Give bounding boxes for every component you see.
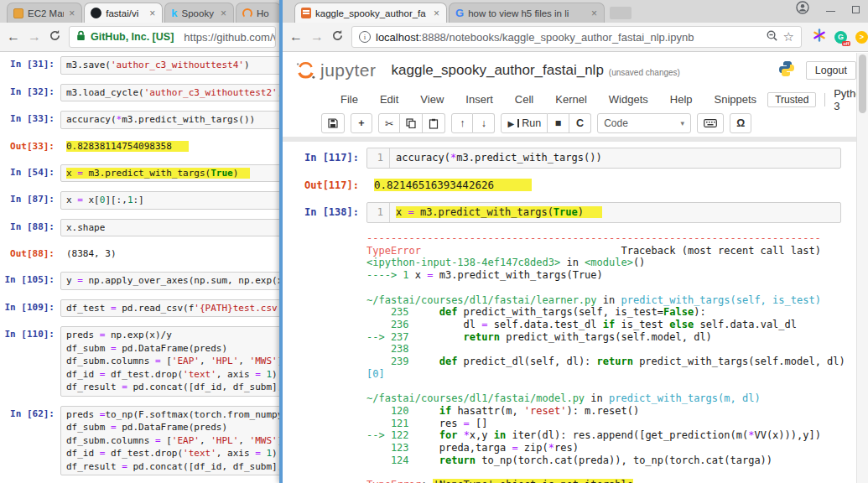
zoom-out-icon[interactable] xyxy=(766,29,778,44)
github-extension-button[interactable]: Ω xyxy=(730,113,751,133)
code-cell: In [88]:x.shape xyxy=(0,219,283,237)
code-line: ~/fastai/courses/dl1/fastai/model.py in … xyxy=(366,392,868,405)
add-cell-button[interactable]: + xyxy=(351,113,372,133)
menu-edit[interactable]: Edit xyxy=(369,93,409,106)
menu-insert[interactable]: Insert xyxy=(455,93,504,106)
left-url-box[interactable]: GitHub, Inc. [US] https://github.com/vik xyxy=(69,26,276,48)
left-tab-strip: EC2 Mar × fastai/vi × k Spooky × Ho xyxy=(0,0,283,23)
orange-extension-icon[interactable]: > xyxy=(855,31,868,44)
logout-button[interactable]: Logout xyxy=(806,61,856,80)
code-line: x.shape xyxy=(66,221,105,235)
input-prompt: In [110]: xyxy=(0,326,60,343)
menu-snippets[interactable]: Snippets xyxy=(704,93,768,106)
new-tab-button[interactable] xyxy=(610,7,632,19)
input-prompt: In [62]: xyxy=(0,406,60,423)
close-icon[interactable]: × xyxy=(220,8,227,19)
tab-google-search[interactable]: G how to view h5 files in li × xyxy=(449,3,605,23)
close-icon[interactable]: × xyxy=(590,8,598,19)
code-line: 235 def predict_with_targs(self, is_test… xyxy=(366,306,868,319)
code-input[interactable]: x = m3.predict_with_targs(True) xyxy=(60,164,283,183)
page-scrollbar[interactable] xyxy=(856,53,868,483)
jupyter-menubar: File Edit View Insert Cell Kernel Widget… xyxy=(283,89,868,110)
code-line: m3.save('author_c3_withouttest4') xyxy=(66,59,250,72)
tab-jupyter-notebook[interactable]: kaggle_spooky_author_fa × xyxy=(294,3,447,23)
reload-icon[interactable] xyxy=(49,29,61,45)
tab-spooky[interactable]: k Spooky × xyxy=(164,3,234,23)
run-icon-bar xyxy=(517,119,519,127)
tab-label: how to view h5 files in li xyxy=(468,8,586,18)
back-icon[interactable]: ← xyxy=(289,30,303,44)
right-url-box[interactable]: i localhost:8888/notebooks/kaggle_spooky… xyxy=(351,26,802,48)
restart-kernel-button[interactable]: C xyxy=(569,113,591,133)
tab-fastai[interactable]: fastai/vi × xyxy=(84,3,163,23)
tab-ec2[interactable]: EC2 Mar × xyxy=(7,3,82,23)
code-input[interactable]: m3.save('author_c3_withouttest4') xyxy=(60,56,283,75)
menu-widgets[interactable]: Widgets xyxy=(598,93,659,106)
asterisk-extension-icon[interactable] xyxy=(813,29,826,45)
menu-cell[interactable]: Cell xyxy=(504,93,544,106)
jupyter-wordmark: jupyter xyxy=(320,60,377,80)
move-cell-up-button[interactable]: ↑ xyxy=(451,113,473,133)
menu-help[interactable]: Help xyxy=(659,93,704,106)
info-icon[interactable]: i xyxy=(359,31,371,43)
tab-label: Ho xyxy=(257,8,274,18)
cell-type-value: Code xyxy=(604,117,628,129)
forward-icon[interactable]: → xyxy=(28,30,41,44)
code-line: x = x[0][:,1:] xyxy=(66,194,144,207)
menu-view[interactable]: View xyxy=(409,93,455,106)
code-cell: In [33]:accuracy(*m3.predict_with_targs(… xyxy=(0,111,283,129)
move-cell-down-button[interactable]: ↓ xyxy=(473,113,495,133)
save-button[interactable] xyxy=(321,113,345,133)
maximize-icon[interactable] xyxy=(852,6,860,13)
interrupt-kernel-button[interactable]: ■ xyxy=(548,113,569,133)
close-icon[interactable]: × xyxy=(433,8,440,19)
jupyter-toolbar: + ✂ ↑ ↓ ▶ Run ■ C xyxy=(283,110,868,138)
code-input[interactable]: preds = np.exp(x)/ydf_subm = pd.DataFram… xyxy=(60,326,283,397)
menu-file[interactable]: File xyxy=(330,93,369,106)
code-input[interactable]: 1accuracy(*m3.predict_with_targs()) xyxy=(366,148,841,169)
code-input[interactable]: y = np.apply_over_axes(np.sum, np.exp(x)… xyxy=(60,272,283,290)
off-badge: off xyxy=(842,41,850,46)
input-prompt: In [117]: xyxy=(283,148,366,168)
minimize-icon[interactable] xyxy=(826,11,835,13)
cell-type-select[interactable]: Code ▾ xyxy=(597,113,691,133)
unsaved-changes-label: (unsaved changes) xyxy=(609,68,680,77)
code-input[interactable]: x.shape xyxy=(60,219,283,237)
close-icon[interactable]: × xyxy=(68,8,75,19)
bookmark-star-icon[interactable]: ☆ xyxy=(783,29,794,44)
code-input[interactable]: df_test = pd.read_csv(f'{PATH}test.csv') xyxy=(60,299,283,318)
profile-icon[interactable] xyxy=(796,1,809,18)
cut-cell-button[interactable]: ✂ xyxy=(378,113,400,133)
code-input[interactable]: preds =to_np(F.softmax(torch.from_numpy(… xyxy=(60,406,283,476)
grammarly-extension-icon[interactable]: G off xyxy=(834,31,847,44)
url-host: localhost xyxy=(376,31,418,44)
input-prompt: In [88]: xyxy=(0,219,60,236)
code-input[interactable]: m3.load_cycle('author_c3_withouttest2',0… xyxy=(60,84,283,102)
back-icon[interactable]: ← xyxy=(7,30,20,44)
command-palette-button[interactable] xyxy=(697,113,724,133)
jupyter-header: jupyter kaggle_spooky_author_fastai_nlp … xyxy=(283,52,868,89)
code-line: 121 res = [] xyxy=(366,418,868,430)
scrollbar-thumb[interactable] xyxy=(859,55,866,113)
menu-kernel[interactable]: Kernel xyxy=(544,93,598,106)
tab-label: kaggle_spooky_author_fa xyxy=(315,8,429,18)
forward-icon[interactable]: → xyxy=(310,30,324,44)
paste-cell-button[interactable] xyxy=(423,113,445,133)
close-icon[interactable]: × xyxy=(148,8,156,19)
input-prompt: In [87]: xyxy=(0,191,60,208)
code-line: preds = np.exp(x)/y xyxy=(66,329,283,342)
tab-ho[interactable]: Ho xyxy=(236,3,281,23)
code-cell: In [117]:1accuracy(*m3.predict_with_targ… xyxy=(283,148,868,169)
reload-icon[interactable] xyxy=(331,29,344,45)
input-prompt: In [33]: xyxy=(0,111,60,127)
run-cell-button[interactable]: ▶ Run xyxy=(501,113,548,133)
line-number: 1 xyxy=(367,148,390,168)
notebook-title[interactable]: kaggle_spooky_author_fastai_nlp xyxy=(392,62,604,79)
jupyter-logo[interactable]: jupyter xyxy=(294,60,377,82)
code-input[interactable]: 1x = m3.predict_with_targs(True) xyxy=(366,202,841,223)
trusted-badge[interactable]: Trusted xyxy=(767,92,816,107)
copy-cell-button[interactable] xyxy=(400,113,423,133)
code-input[interactable]: accuracy(*m3.predict_with_targs()) xyxy=(60,111,283,129)
code-input[interactable]: x = x[0][:,1:] xyxy=(60,191,283,210)
code-line: preds =to_np(F.softmax(torch.from_numpy(… xyxy=(66,408,283,422)
